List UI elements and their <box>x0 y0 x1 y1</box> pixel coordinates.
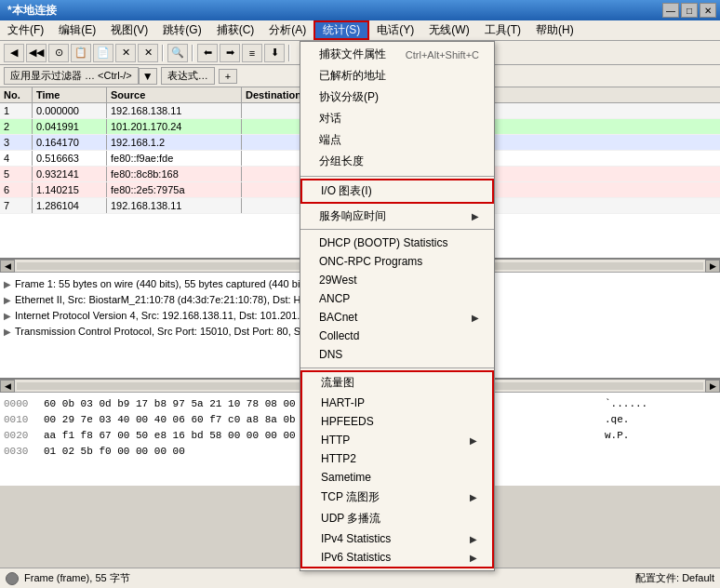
menu-goto[interactable]: 跳转(G) <box>155 20 208 40</box>
toolbar-btn-8[interactable]: 🔍 <box>167 44 188 62</box>
toolbar-separator-3 <box>288 45 290 61</box>
toolbar-btn-1[interactable]: ◀ <box>4 44 24 62</box>
filter-dropdown[interactable]: ▼ <box>139 68 157 85</box>
toolbar-btn-11[interactable]: ≡ <box>242 44 262 62</box>
toolbar-btn-5[interactable]: 📄 <box>93 44 113 62</box>
menu-item-dns[interactable]: DNS <box>300 345 494 364</box>
menu-item-collectd[interactable]: Collectd <box>300 327 494 345</box>
menu-item-service-response[interactable]: 服务响应时间 ▶ <box>300 206 494 227</box>
menu-section-1: 捕获文件属性 Ctrl+Alt+Shift+C 已解析的地址 协议分级(P) 对… <box>300 42 494 174</box>
detail-text-3: Internet Protocol Version 4, Src: 192.16… <box>15 308 337 324</box>
flow-section: 流量图 HART-IP HPFEEDS HTTP ▶ HTTP2 Sametim… <box>300 370 494 568</box>
menu-item-http2[interactable]: HTTP2 <box>302 449 492 468</box>
menu-phone[interactable]: 电话(Y) <box>369 20 421 40</box>
menu-capture[interactable]: 捕获(C) <box>209 20 262 40</box>
io-graph-section: I/O 图表(I) <box>300 179 494 204</box>
toolbar-btn-7[interactable]: ✕ <box>138 44 158 62</box>
menu-help[interactable]: 帮助(H) <box>528 20 581 40</box>
window-title: *本地连接 <box>4 3 57 19</box>
menu-item-endpoints[interactable]: 端点 <box>300 129 494 151</box>
col-header-no: No. <box>0 87 33 102</box>
menu-item-flow-graph[interactable]: 流量图 <box>302 372 492 394</box>
menu-item-conversations[interactable]: 对话 <box>300 108 494 129</box>
menu-item-capture-props[interactable]: 捕获文件属性 Ctrl+Alt+Shift+C <box>300 44 494 65</box>
menu-edit[interactable]: 编辑(E) <box>51 20 103 40</box>
title-bar-buttons: — □ ✕ <box>662 3 716 18</box>
menu-item-sametime[interactable]: Sametime <box>302 468 492 487</box>
menu-view[interactable]: 视图(V) <box>103 20 155 40</box>
menu-tools[interactable]: 工具(T) <box>477 20 528 40</box>
expand-arrow-2[interactable]: ▶ <box>4 292 11 308</box>
toolbar-btn-2[interactable]: ◀◀ <box>26 44 47 62</box>
menu-item-io-graph[interactable]: I/O 图表(I) <box>302 180 492 202</box>
maximize-button[interactable]: □ <box>681 3 698 18</box>
filter-label: 应用显示过滤器 … <Ctrl-/> <box>4 67 139 85</box>
minimize-button[interactable]: — <box>662 3 679 18</box>
col-header-info: Info <box>470 87 720 102</box>
menu-item-onc-rpc[interactable]: ONC-RPC Programs <box>300 252 494 271</box>
expand-arrow-1[interactable]: ▶ <box>4 276 11 292</box>
toolbar-btn-4[interactable]: 📋 <box>71 44 91 62</box>
toolbar-btn-6[interactable]: ✕ <box>115 44 136 62</box>
toolbar-btn-3[interactable]: ⊙ <box>48 44 69 62</box>
menu-item-dhcp[interactable]: DHCP (BOOTP) Statistics <box>300 234 494 252</box>
menu-item-hart-ip[interactable]: HART-IP <box>302 394 492 412</box>
col-header-source: Source <box>107 87 242 102</box>
menu-item-29west[interactable]: 29West <box>300 271 494 289</box>
add-filter-button[interactable]: + <box>219 69 237 84</box>
toolbar-btn-10[interactable]: ➡ <box>220 44 240 62</box>
menu-item-ipv6-stats[interactable]: IPv6 Statistics ▶ <box>302 548 492 567</box>
stats-dropdown-menu: 捕获文件属性 Ctrl+Alt+Shift+C 已解析的地址 协议分级(P) 对… <box>300 41 495 571</box>
menu-item-proto-hier[interactable]: 协议分级(P) <box>300 87 494 108</box>
close-button[interactable]: ✕ <box>700 3 716 18</box>
expand-arrow-3[interactable]: ▶ <box>4 308 11 324</box>
menu-bar: 文件(F) 编辑(E) 视图(V) 跳转(G) 捕获(C) 分析(A) 统计(S… <box>0 20 720 41</box>
menu-separator-1 <box>300 176 494 177</box>
menu-analyze[interactable]: 分析(A) <box>261 20 313 40</box>
menu-separator-3 <box>300 368 494 368</box>
toolbar-separator-2 <box>192 45 193 61</box>
title-bar: *本地连接 — □ ✕ <box>0 0 720 20</box>
menu-item-hpfeeds[interactable]: HPFEEDS <box>302 412 492 431</box>
menu-item-resolved-addr[interactable]: 已解析的地址 <box>300 65 494 87</box>
status-indicator <box>6 572 19 585</box>
menu-wireless[interactable]: 无线(W) <box>421 20 476 40</box>
menu-item-bacnet[interactable]: BACnet ▶ <box>300 308 494 327</box>
toolbar-btn-9[interactable]: ⬅ <box>197 44 218 62</box>
menu-item-ancp[interactable]: ANCP <box>300 289 494 308</box>
expand-arrow-4[interactable]: ▶ <box>4 324 11 340</box>
menu-file[interactable]: 文件(F) <box>0 20 51 40</box>
menu-item-tcp-stream[interactable]: TCP 流图形 ▶ <box>302 487 492 508</box>
status-text: Frame (frame), 55 字节 <box>24 571 130 585</box>
menu-item-http[interactable]: HTTP ▶ <box>302 431 492 449</box>
col-header-time: Time <box>33 87 107 102</box>
toolbar-separator-1 <box>162 45 164 61</box>
menu-separator-2 <box>300 229 494 230</box>
menu-stats[interactable]: 统计(S) <box>313 20 369 40</box>
menu-item-pkt-length[interactable]: 分组长度 <box>300 151 494 172</box>
toolbar-btn-12[interactable]: ⬇ <box>264 44 285 62</box>
menu-section-3: DHCP (BOOTP) Statistics ONC-RPC Programs… <box>300 232 494 366</box>
menu-item-udp-multicast[interactable]: UDP 多播流 <box>302 508 492 529</box>
menu-item-ipv4-stats[interactable]: IPv4 Statistics ▶ <box>302 529 492 548</box>
status-right-text: 配置文件: Default <box>635 571 714 585</box>
expr-button[interactable]: 表达式… <box>161 67 215 85</box>
